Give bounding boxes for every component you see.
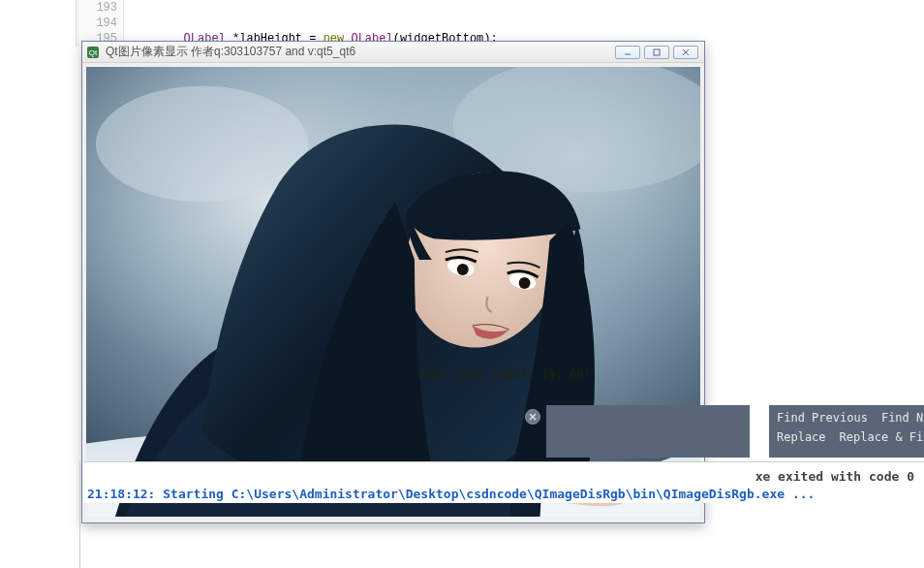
start-log-line: 21:18:12: Starting C:\Users\Administrato…: [87, 486, 920, 503]
line-number-gutter: 193 194 195: [79, 0, 124, 47]
window-titlebar[interactable]: Qt Qt图片像素显示 作者q:303103757 and v:qt5_qt6: [82, 42, 704, 63]
line-number: 193: [79, 0, 117, 16]
find-replace-panel: Find Previous Find N Replace Replace & F…: [769, 405, 924, 458]
application-output[interactable]: xe exited with code 0 21:18:12: Starting…: [83, 461, 924, 503]
find-panel-bg: [546, 405, 750, 458]
svg-point-14: [457, 264, 469, 275]
svg-point-9: [96, 86, 308, 203]
output-border: [79, 461, 80, 568]
replace-button[interactable]: Replace: [777, 430, 826, 444]
window-title: Qt图片像素显示 作者q:303103757 and v:qt5_qt6: [106, 44, 615, 60]
replace-and-find-button[interactable]: Replace & Fi: [840, 430, 924, 444]
svg-point-15: [519, 277, 531, 289]
close-button[interactable]: [673, 46, 698, 59]
exit-status-text: xe exited with code 0: [755, 469, 914, 484]
minimize-button[interactable]: [615, 46, 640, 59]
window-controls: [615, 46, 698, 59]
find-next-button[interactable]: Find N: [881, 411, 923, 425]
close-icon[interactable]: [525, 409, 540, 425]
svg-rect-3: [654, 49, 660, 55]
line-number: 194: [79, 16, 117, 31]
maximize-button[interactable]: [644, 46, 669, 59]
svg-text:Qt: Qt: [89, 48, 98, 57]
find-previous-button[interactable]: Find Previous: [777, 411, 868, 425]
qt-app-icon: Qt: [86, 46, 100, 59]
